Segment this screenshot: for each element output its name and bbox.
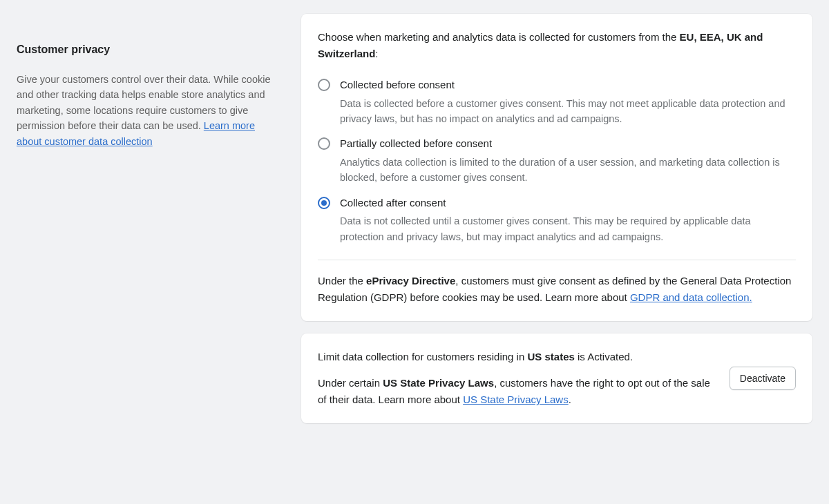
radio-desc-before: Data is collected before a customer give…	[340, 96, 796, 127]
line2-prefix: Under certain	[318, 377, 383, 389]
radio-label-before[interactable]: Collected before consent	[340, 77, 796, 93]
main-content: Choose when marketing and analytics data…	[301, 14, 812, 423]
radio-content: Collected after consent Data is not coll…	[340, 195, 796, 244]
radio-desc-partial: Analytics data collection is limited to …	[340, 155, 796, 186]
us-states-card: Limit data collection for customers resi…	[301, 333, 812, 423]
deactivate-button[interactable]: Deactivate	[730, 367, 796, 390]
radio-label-partial[interactable]: Partially collected before consent	[340, 136, 796, 152]
line1-suffix: is Activated.	[575, 351, 633, 362]
note-prefix: Under the	[318, 275, 366, 287]
radio-input-after[interactable]	[318, 197, 330, 209]
sidebar: Customer privacy Give your customers con…	[17, 14, 287, 423]
sidebar-description: Give your customers control over their d…	[17, 72, 282, 149]
gdpr-link[interactable]: GDPR and data collection.	[630, 291, 752, 303]
line1-bold: US states	[527, 351, 574, 362]
radio-option-partial: Partially collected before consent Analy…	[318, 136, 796, 185]
line2-end: .	[569, 394, 571, 405]
intro-line: Choose when marketing and analytics data…	[318, 29, 796, 62]
radio-label-after[interactable]: Collected after consent	[340, 195, 796, 211]
divider	[318, 260, 796, 260]
us-privacy-link[interactable]: US State Privacy Laws	[463, 394, 569, 405]
settings-page: Customer privacy Give your customers con…	[0, 0, 829, 437]
radio-input-before[interactable]	[318, 79, 330, 91]
note-bold: ePrivacy Directive	[366, 275, 455, 287]
radio-desc-after: Data is not collected until a customer g…	[340, 213, 796, 244]
intro-prefix: Choose when marketing and analytics data…	[318, 31, 680, 43]
intro-suffix: :	[375, 48, 378, 59]
us-states-status-line: Limit data collection for customers resi…	[318, 349, 716, 365]
us-states-desc-line: Under certain US State Privacy Laws, cus…	[318, 375, 716, 408]
eprivacy-note: Under the ePrivacy Directive, customers …	[318, 273, 796, 306]
consent-card: Choose when marketing and analytics data…	[301, 14, 812, 321]
radio-option-after: Collected after consent Data is not coll…	[318, 195, 796, 244]
line1-prefix: Limit data collection for customers resi…	[318, 351, 527, 362]
us-states-text: Limit data collection for customers resi…	[318, 349, 716, 408]
radio-content: Collected before consent Data is collect…	[340, 77, 796, 126]
radio-input-partial[interactable]	[318, 137, 330, 150]
radio-content: Partially collected before consent Analy…	[340, 136, 796, 185]
sidebar-title: Customer privacy	[17, 41, 282, 58]
radio-option-before: Collected before consent Data is collect…	[318, 77, 796, 126]
line2-bold: US State Privacy Laws	[383, 377, 494, 389]
consent-radio-group: Collected before consent Data is collect…	[318, 77, 796, 244]
